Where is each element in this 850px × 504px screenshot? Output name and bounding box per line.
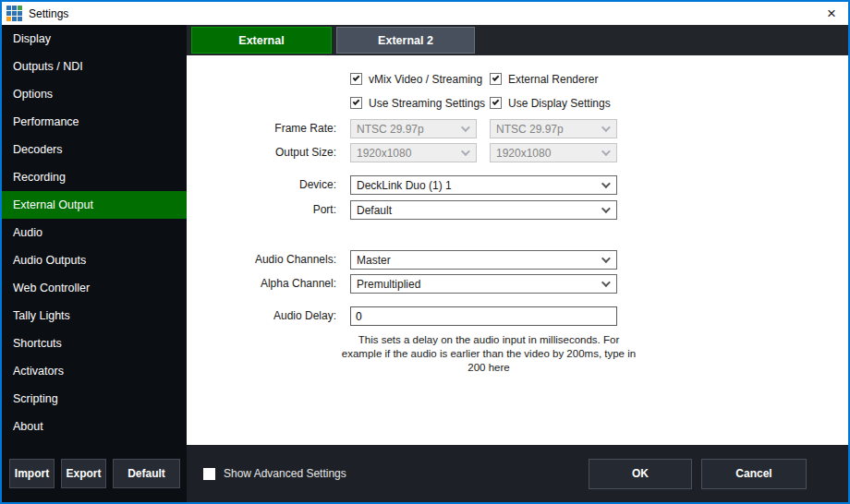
output-size-label: Output Size: bbox=[187, 143, 336, 162]
default-button[interactable]: Default bbox=[113, 459, 180, 488]
output-size-value-1: 1920x1080 bbox=[357, 147, 411, 160]
sidebar-item-audio[interactable]: Audio bbox=[2, 219, 187, 246]
settings-sidebar: Display Outputs / NDI Options Performanc… bbox=[2, 25, 187, 502]
checkbox-use-display-settings[interactable]: Use Display Settings bbox=[490, 96, 611, 110]
audio-channels-select[interactable]: Master bbox=[350, 250, 617, 270]
checkbox-icon[interactable] bbox=[490, 97, 502, 109]
sidebar-item-shortcuts[interactable]: Shortcuts bbox=[2, 330, 187, 357]
audio-channels-value: Master bbox=[357, 254, 391, 267]
export-button[interactable]: Export bbox=[61, 459, 106, 488]
frame-rate-label: Frame Rate: bbox=[187, 119, 336, 138]
sidebar-item-options[interactable]: Options bbox=[2, 80, 187, 108]
sidebar-item-activators[interactable]: Activators bbox=[2, 357, 187, 385]
sidebar-item-external-output[interactable]: External Output bbox=[2, 191, 187, 219]
sidebar-item-about[interactable]: About bbox=[2, 413, 187, 440]
chevron-down-icon bbox=[461, 123, 470, 132]
tab-bar: External External 2 bbox=[187, 25, 848, 55]
chevron-down-icon bbox=[601, 254, 611, 263]
sidebar-item-decoders[interactable]: Decoders bbox=[2, 136, 187, 163]
alpha-channel-select[interactable]: Premultiplied bbox=[350, 274, 617, 294]
chevron-down-icon bbox=[461, 147, 470, 156]
sidebar-button-row: Import Export Default bbox=[2, 459, 187, 502]
main-area: External External 2 vMix Video / Streami… bbox=[187, 25, 848, 502]
title-bar: Settings × bbox=[2, 2, 848, 25]
chevron-down-icon bbox=[601, 147, 611, 156]
settings-window: Settings × Display Outputs / NDI Options… bbox=[0, 0, 850, 504]
chevron-down-icon bbox=[601, 204, 611, 213]
footer-bar: Show Advanced Settings OK Cancel bbox=[187, 445, 848, 502]
chevron-down-icon bbox=[601, 123, 611, 132]
frame-rate-select-2[interactable]: NTSC 29.97p bbox=[490, 119, 617, 138]
sidebar-item-web-controller[interactable]: Web Controller bbox=[2, 274, 187, 302]
show-advanced-label: Show Advanced Settings bbox=[224, 467, 346, 480]
checkbox-label: Use Streaming Settings bbox=[369, 97, 485, 110]
checkbox-label: External Renderer bbox=[508, 73, 598, 86]
ok-button[interactable]: OK bbox=[589, 459, 692, 489]
checkbox-label: Use Display Settings bbox=[508, 97, 611, 110]
device-value: DeckLink Duo (1) 1 bbox=[357, 179, 452, 192]
sidebar-item-scripting[interactable]: Scripting bbox=[2, 385, 187, 413]
sidebar-item-outputs-ndi[interactable]: Outputs / NDI bbox=[2, 53, 187, 80]
alpha-channel-value: Premultiplied bbox=[357, 278, 420, 291]
tab-external-2[interactable]: External 2 bbox=[336, 27, 475, 54]
audio-delay-label: Audio Delay: bbox=[187, 306, 336, 326]
output-size-select-1[interactable]: 1920x1080 bbox=[350, 143, 477, 162]
chevron-down-icon bbox=[601, 179, 611, 188]
device-label: Device: bbox=[187, 175, 336, 195]
checkbox-external-renderer[interactable]: External Renderer bbox=[490, 72, 598, 86]
import-button[interactable]: Import bbox=[9, 459, 55, 488]
sidebar-item-audio-outputs[interactable]: Audio Outputs bbox=[2, 246, 187, 274]
checkbox-vmix-video-streaming[interactable]: vMix Video / Streaming bbox=[350, 72, 482, 86]
checkbox-icon[interactable] bbox=[350, 97, 362, 109]
audio-channels-label: Audio Channels: bbox=[187, 250, 336, 270]
checkbox-icon[interactable] bbox=[350, 73, 362, 85]
output-size-select-2[interactable]: 1920x1080 bbox=[490, 143, 617, 162]
port-select[interactable]: Default bbox=[350, 200, 617, 220]
port-label: Port: bbox=[187, 200, 336, 220]
port-value: Default bbox=[357, 204, 392, 217]
external-output-panel: vMix Video / Streaming External Renderer… bbox=[187, 55, 848, 445]
checkbox-use-streaming-settings[interactable]: Use Streaming Settings bbox=[350, 96, 485, 110]
tab-external[interactable]: External bbox=[191, 27, 332, 54]
window-title: Settings bbox=[29, 7, 68, 20]
checkbox-icon[interactable] bbox=[490, 73, 502, 85]
chevron-down-icon bbox=[601, 278, 611, 287]
frame-rate-select-1[interactable]: NTSC 29.97p bbox=[350, 119, 477, 138]
sidebar-item-performance[interactable]: Performance bbox=[2, 108, 187, 136]
frame-rate-value-1: NTSC 29.97p bbox=[357, 123, 424, 136]
audio-delay-input[interactable] bbox=[350, 306, 617, 326]
sidebar-item-recording[interactable]: Recording bbox=[2, 163, 187, 191]
vmix-grid-icon bbox=[6, 6, 23, 22]
output-size-value-2: 1920x1080 bbox=[496, 147, 551, 160]
checkbox-label: vMix Video / Streaming bbox=[369, 73, 482, 86]
alpha-channel-label: Alpha Channel: bbox=[187, 274, 336, 294]
sidebar-item-display[interactable]: Display bbox=[2, 25, 187, 53]
sidebar-item-tally-lights[interactable]: Tally Lights bbox=[2, 302, 187, 330]
frame-rate-value-2: NTSC 29.97p bbox=[496, 123, 564, 136]
audio-delay-help-text: This sets a delay on the audio input in … bbox=[340, 333, 638, 375]
close-icon[interactable]: × bbox=[827, 6, 836, 21]
cancel-button[interactable]: Cancel bbox=[701, 459, 807, 489]
show-advanced-checkbox-icon[interactable] bbox=[203, 468, 215, 480]
device-select[interactable]: DeckLink Duo (1) 1 bbox=[350, 175, 617, 195]
